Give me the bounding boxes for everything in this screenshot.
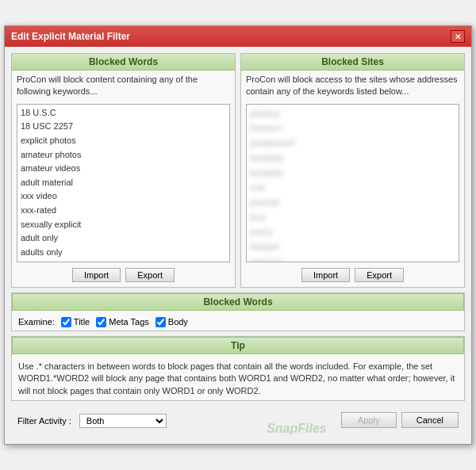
filter-activity-select[interactable]: Both Browsing Only Searching Only <box>79 414 167 428</box>
top-panels: Blocked Words ProCon will block content … <box>11 53 465 288</box>
apply-button[interactable]: Apply <box>341 412 397 428</box>
list-item: sexually explicit <box>21 218 226 232</box>
blocked-sites-list[interactable]: playboy freeporn gringeworld bestiality … <box>246 104 459 262</box>
list-item-blurred: bestiality <box>250 151 455 166</box>
blocked-sites-export-button[interactable]: Export <box>355 268 404 282</box>
list-item: xxx-rated <box>21 204 226 218</box>
meta-tags-checkbox[interactable] <box>96 317 106 327</box>
blocked-words-list[interactable]: 18 U.S.C 18 USC 2257 explicit photos ama… <box>17 104 230 262</box>
close-button[interactable]: ✕ <box>451 30 465 43</box>
list-item-blurred: pussy <box>250 224 455 239</box>
blocked-sites-buttons: Import Export <box>241 265 464 287</box>
examine-section: Blocked Words Examine: Title Meta Tags B… <box>11 292 465 331</box>
blocked-words-buttons: Import Export <box>12 265 235 287</box>
bottom-buttons: Apply Cancel <box>335 409 465 434</box>
list-item: amateur videos <box>21 162 226 176</box>
blocked-sites-header: Blocked Sites <box>241 54 464 71</box>
list-item-blurred: bestiality <box>250 166 455 181</box>
list-item-blurred: hardcore <box>250 254 455 262</box>
list-item: adult only <box>21 231 226 246</box>
body-label: Body <box>168 317 188 327</box>
cancel-button[interactable]: Cancel <box>401 412 459 428</box>
tip-header: Tip <box>12 337 464 354</box>
title-checkbox-label[interactable]: Title <box>61 317 90 327</box>
list-item: mature audience <box>21 259 226 262</box>
list-item: 18 U.S.C <box>21 106 226 120</box>
list-item-blurred: freeporn <box>250 120 455 136</box>
snapfiles-watermark: SnapFiles <box>267 422 327 436</box>
examine-label: Examine: <box>18 317 55 327</box>
list-item: xxx video <box>21 189 226 204</box>
blocked-words-header: Blocked Words <box>12 54 235 71</box>
list-item: adults only <box>21 246 226 260</box>
list-item-blurred: playboy <box>250 106 455 121</box>
bottom-row: Filter Activity : Both Browsing Only Sea… <box>11 406 465 438</box>
blocked-sites-panel: Blocked Sites ProCon will block access t… <box>240 53 465 288</box>
window-title: Edit Explicit Material Filter <box>11 31 130 42</box>
watermark-area: SnapFiles <box>173 406 335 438</box>
blocked-words-import-button[interactable]: Import <box>72 268 121 282</box>
filter-activity-label: Filter Activity : <box>17 416 71 426</box>
blocked-sites-import-button[interactable]: Import <box>301 268 350 282</box>
filter-activity-row: Filter Activity : Both Browsing Only Sea… <box>11 411 173 433</box>
main-window: Edit Explicit Material Filter ✕ Blocked … <box>4 25 472 445</box>
title-bar: Edit Explicit Material Filter ✕ <box>5 26 471 47</box>
list-item: adult material <box>21 176 226 190</box>
title-checkbox[interactable] <box>61 317 71 327</box>
list-item-blurred: gringeworld <box>250 136 455 151</box>
blocked-words-panel: Blocked Words ProCon will block content … <box>11 53 236 288</box>
body-checkbox[interactable] <box>155 317 166 327</box>
list-item: amateur photos <box>21 148 226 162</box>
meta-tags-label: Meta Tags <box>109 317 149 327</box>
list-item-blurred: blowjob <box>250 239 455 254</box>
list-item-blurred: fuck <box>250 210 455 225</box>
list-item: explicit photos <box>21 134 226 148</box>
body-checkbox-label[interactable]: Body <box>155 317 188 327</box>
blocked-words-export-button[interactable]: Export <box>125 268 175 282</box>
meta-tags-checkbox-label[interactable]: Meta Tags <box>96 317 149 327</box>
blocked-sites-desc: ProCon will block access to the sites wh… <box>241 71 464 101</box>
list-item: 18 USC 2257 <box>21 120 226 134</box>
list-item-blurred: nud <box>250 180 455 195</box>
content-area: Blocked Words ProCon will block content … <box>5 47 471 444</box>
tip-text: Use .* characters in between words to bl… <box>12 357 464 400</box>
examine-section-header: Blocked Words <box>12 293 464 311</box>
list-item-blurred: asshole <box>250 195 455 210</box>
tip-section: Tip Use .* characters in between words t… <box>11 336 465 401</box>
examine-row: Examine: Title Meta Tags Body <box>12 314 464 331</box>
blocked-words-desc: ProCon will block content containing any… <box>12 71 235 101</box>
title-label: Title <box>74 317 90 327</box>
